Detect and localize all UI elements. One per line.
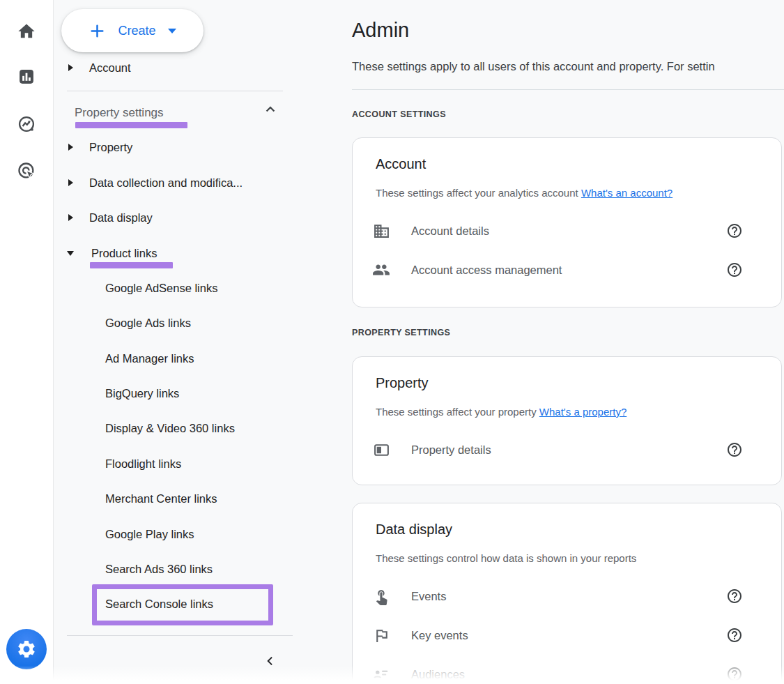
annotation-box-search-console-links [92,584,273,625]
sidebar-item-ad-manager-links[interactable]: Ad Manager links [53,351,341,366]
card-description: These settings control how data is shown… [376,552,781,564]
row-label: Property details [411,443,491,457]
advertising-icon[interactable] [16,160,37,181]
sidebar-item-label: Data collection and modifica... [89,176,243,190]
collapse-triangle-icon [67,251,74,256]
collapse-sidebar-icon[interactable] [262,653,279,669]
page-subtitle: These settings apply to all users of thi… [352,60,715,73]
expand-triangle-icon [68,144,73,151]
sidebar-item-label: Google Ads links [105,317,191,330]
section-header-label: Property settings [75,106,164,120]
plus-icon [89,22,106,40]
card-description-text: These settings affect your property [376,406,539,418]
sidebar-item-label: Search Ads 360 links [105,563,213,576]
card-description: These settings affect your analytics acc… [376,187,781,199]
expand-triangle-icon [68,64,73,71]
events-row[interactable]: Events [353,577,781,616]
admin-sidebar: Create Account Property settings Propert… [53,0,341,684]
sidebar-item-data-collection[interactable]: Data collection and modifica... [53,175,341,190]
sidebar-item-search-ads-360-links[interactable]: Search Ads 360 links [53,561,341,577]
sidebar-item-label: Ad Manager links [105,352,194,365]
sidebar-section-property-settings[interactable]: Property settings [53,105,341,121]
sidebar-item-label: Property [89,141,132,154]
card-title: Property [376,375,781,391]
section-label-account-settings: ACCOUNT SETTINGS [352,109,446,119]
annotation-underline-property-settings [75,122,187,128]
row-label: Account access management [411,264,562,277]
row-label: Account details [411,225,489,238]
create-button-label: Create [118,24,155,38]
whats-an-account-link[interactable]: What's an account? [581,187,672,199]
sidebar-item-label: Floodlight links [105,457,181,471]
home-icon[interactable] [16,21,37,42]
sidebar-item-display-video-360-links[interactable]: Display & Video 360 links [53,420,341,436]
page-title: Admin [352,19,409,42]
expand-triangle-icon [68,214,73,221]
people-icon [372,261,390,279]
card-description: These settings affect your property What… [376,406,781,418]
reports-icon[interactable] [16,66,37,87]
sidebar-divider [67,91,283,91]
card-description-text: These settings control how data is shown… [376,552,636,564]
card-description-text: These settings affect your analytics acc… [376,187,581,199]
layout-icon [372,441,390,459]
help-icon[interactable] [726,627,743,644]
account-access-management-row[interactable]: Account access management [353,250,781,289]
section-label-property-settings: PROPERTY SETTINGS [352,328,450,337]
header-divider [352,89,784,90]
building-icon [372,222,390,240]
audience-icon [372,665,390,683]
help-icon[interactable] [726,261,743,278]
chevron-up-icon[interactable] [264,103,277,119]
create-button[interactable]: Create [61,9,203,52]
key-events-row[interactable]: Key events [353,616,781,655]
data-display-card: Data display These settings control how … [352,503,782,684]
sidebar-item-data-display[interactable]: Data display [53,210,341,225]
annotation-underline-product-links [90,262,173,268]
help-icon[interactable] [726,222,743,239]
sidebar-item-label: Display & Video 360 links [105,422,235,435]
sidebar-item-google-ads-links[interactable]: Google Ads links [53,315,341,330]
flag-icon [372,626,390,644]
row-label: Key events [411,629,468,642]
sidebar-item-account[interactable]: Account [53,60,341,75]
help-icon[interactable] [726,441,743,458]
sidebar-divider [67,635,293,636]
card-title: Account [376,156,781,172]
sidebar-item-property[interactable]: Property [53,139,341,155]
row-label: Events [411,590,446,603]
sidebar-item-floodlight-links[interactable]: Floodlight links [53,456,341,471]
sidebar-item-product-links[interactable]: Product links [53,245,341,261]
sidebar-item-label: Product links [91,247,157,260]
row-label: Audiences [411,668,465,681]
sidebar-item-merchant-center-links[interactable]: Merchant Center links [53,491,341,506]
sidebar-item-label: Account [89,61,131,75]
whats-a-property-link[interactable]: What's a property? [539,406,627,418]
admin-gear-icon[interactable] [6,629,47,669]
touch-icon [372,587,390,605]
chevron-down-icon [168,29,176,33]
help-icon[interactable] [726,588,743,605]
help-icon[interactable] [726,666,743,683]
sidebar-item-bigquery-links[interactable]: BigQuery links [53,386,341,401]
expand-triangle-icon [68,179,73,186]
account-card: Account These settings affect your analy… [352,137,782,307]
sidebar-item-label: Data display [89,211,153,225]
explore-icon[interactable] [16,114,37,135]
sidebar-item-label: BigQuery links [105,387,179,400]
property-card: Property These settings affect your prop… [352,356,782,485]
sidebar-item-label: Google Play links [105,528,194,541]
card-title: Data display [376,522,781,538]
property-details-row[interactable]: Property details [353,430,781,469]
left-icon-rail [0,0,54,684]
audiences-row[interactable]: Audiences [353,655,781,684]
sidebar-item-label: Google AdSense links [105,282,217,295]
sidebar-item-google-play-links[interactable]: Google Play links [53,526,341,542]
sidebar-item-google-adsense-links[interactable]: Google AdSense links [53,280,341,296]
sidebar-item-label: Merchant Center links [105,492,217,506]
account-details-row[interactable]: Account details [353,211,781,250]
